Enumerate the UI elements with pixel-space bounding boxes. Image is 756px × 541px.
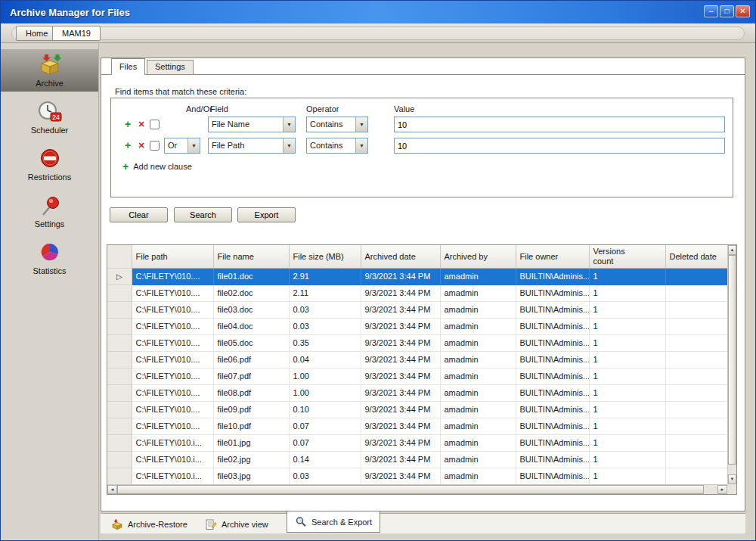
add-new-clause-link[interactable]: + Add new clause — [122, 160, 192, 173]
table-cell: file01.jpg — [213, 434, 289, 451]
table-row[interactable]: C:\FILETY\010....file06.pdf0.049/3/2021 … — [107, 351, 727, 368]
table-row[interactable]: C:\FILETY\010....file10.pdf0.079/3/2021 … — [107, 418, 727, 434]
dropdown-arrow-icon[interactable]: ▼ — [187, 138, 200, 153]
sidebar-item-scheduler[interactable]: 24Scheduler — [1, 96, 98, 138]
maximize-icon: □ — [724, 7, 729, 15]
table-cell: amadmin — [440, 268, 516, 284]
table-cell — [665, 268, 727, 284]
table-cell: 0.07 — [289, 418, 361, 434]
bottom-tab-search-export[interactable]: Search & Export — [287, 511, 380, 533]
column-header-deleted-date[interactable]: Deleted date — [665, 245, 727, 268]
table-cell: amadmin — [440, 401, 516, 418]
titlebar: Archive Manager for Files – □ ✕ — [1, 1, 755, 23]
scroll-up-icon[interactable]: ▲ — [728, 245, 736, 255]
table-row[interactable]: ▷C:\FILETY\010....file01.doc2.919/3/2021… — [107, 268, 727, 284]
horizontal-scrollbar[interactable]: ◄ ► — [107, 484, 727, 494]
bottom-tab-archive-view[interactable]: Archive view — [197, 516, 276, 533]
clause-checkbox[interactable] — [150, 120, 160, 129]
insert-clause-icon[interactable]: + — [122, 118, 133, 130]
table-row[interactable]: C:\FILETY\010.i...file01.jpg0.079/3/2021… — [107, 434, 727, 451]
table-cell: 1 — [589, 284, 665, 301]
column-header-file-path[interactable]: File path — [132, 245, 213, 268]
vertical-scrollbar[interactable]: ▲ ▼ — [727, 245, 736, 484]
maximize-button[interactable]: □ — [720, 5, 734, 17]
table-cell: amadmin — [440, 334, 516, 351]
operator-select-value: Contains — [310, 120, 355, 129]
minimize-icon: – — [709, 7, 714, 15]
column-header-file-owner[interactable]: File owner — [516, 245, 589, 268]
value-input[interactable] — [394, 138, 725, 154]
column-header-versions-count[interactable]: Versions count — [589, 245, 665, 268]
table-row[interactable]: C:\FILETY\010....file02.doc2.119/3/2021 … — [107, 284, 727, 301]
criteria-box: And/Or Field Operator Value +✕File Name▼… — [110, 98, 733, 197]
dropdown-arrow-icon[interactable]: ▼ — [283, 117, 295, 132]
tab-settings[interactable]: Settings — [147, 60, 194, 74]
table-row[interactable]: C:\FILETY\010....file05.doc0.359/3/2021 … — [107, 334, 727, 351]
table-cell — [665, 284, 727, 301]
table-cell: BUILTIN\Adminis... — [516, 384, 589, 401]
column-header-file-size-mb[interactable]: File size (MB) — [289, 245, 361, 268]
scroll-right-icon[interactable]: ► — [717, 485, 727, 494]
table-cell: 2.91 — [289, 268, 361, 284]
sidebar-item-settings[interactable]: Settings — [1, 190, 98, 232]
andor-select[interactable]: Or▼ — [164, 138, 200, 154]
row-indicator — [107, 401, 132, 418]
insert-clause-icon[interactable]: + — [122, 139, 133, 151]
settings-icon — [37, 194, 63, 217]
scrollbar-corner — [727, 484, 736, 494]
dropdown-arrow-icon[interactable]: ▼ — [355, 138, 367, 153]
scroll-left-icon[interactable]: ◄ — [107, 485, 117, 494]
plus-icon: + — [122, 160, 129, 173]
table-row[interactable]: C:\FILETY\010....file08.pdf1.009/3/2021 … — [107, 384, 727, 401]
sidebar-item-archive[interactable]: Archive — [1, 49, 98, 92]
value-input[interactable] — [394, 117, 725, 132]
column-header-archived-by[interactable]: Archived by — [440, 245, 516, 268]
tab-files[interactable]: Files — [111, 58, 145, 75]
table-cell: C:\FILETY\010.... — [132, 368, 213, 384]
search-button[interactable]: Search — [174, 207, 232, 222]
minimize-button[interactable]: – — [704, 5, 718, 17]
operator-select[interactable]: Contains▼ — [306, 138, 368, 154]
row-indicator: ▷ — [107, 268, 132, 284]
sidebar-item-statistics[interactable]: Statistics — [1, 237, 98, 279]
table-cell: file04.doc — [213, 318, 289, 334]
dropdown-arrow-icon[interactable]: ▼ — [283, 138, 295, 153]
table-cell: 1.00 — [289, 384, 361, 401]
table-row[interactable]: C:\FILETY\010....file04.doc0.039/3/2021 … — [107, 318, 727, 334]
table-cell: 1 — [589, 401, 665, 418]
horizontal-scroll-thumb[interactable] — [117, 485, 704, 494]
export-button[interactable]: Export — [237, 207, 296, 222]
statistics-icon — [37, 241, 63, 264]
clear-button[interactable]: Clear — [110, 207, 168, 222]
table-row[interactable]: C:\FILETY\010....file07.pdf1.009/3/2021 … — [107, 368, 727, 384]
column-header-file-name[interactable]: File name — [213, 245, 289, 268]
operator-select[interactable]: Contains▼ — [306, 117, 368, 132]
table-cell: C:\FILETY\010.... — [132, 268, 213, 284]
table-cell: 9/3/2021 3:44 PM — [361, 434, 440, 451]
table-row[interactable]: C:\FILETY\010.i...file02.jpg0.149/3/2021… — [107, 451, 727, 468]
delete-clause-icon[interactable]: ✕ — [136, 120, 147, 129]
column-header-archived-date[interactable]: Archived date — [361, 245, 440, 268]
table-row[interactable]: C:\FILETY\010.i...file03.jpg0.039/3/2021… — [107, 468, 727, 484]
bottom-tab-archive-restore[interactable]: Archive-Restore — [104, 516, 195, 533]
table-cell: 1 — [589, 418, 665, 434]
clause-checkbox[interactable] — [150, 141, 160, 151]
column-header-label: Deleted date — [670, 252, 717, 261]
field-select[interactable]: File Path▼ — [208, 138, 296, 154]
table-cell: amadmin — [440, 384, 516, 401]
table-cell: 1 — [589, 384, 665, 401]
sidebar-item-restrictions[interactable]: Restrictions — [1, 143, 98, 185]
field-select[interactable]: File Name▼ — [208, 117, 296, 132]
server-tab-mam19[interactable]: MAM19 — [52, 26, 101, 41]
table-row[interactable]: C:\FILETY\010....file03.doc0.039/3/2021 … — [107, 301, 727, 318]
table-cell: 1 — [589, 451, 665, 468]
scroll-down-icon[interactable]: ▼ — [728, 474, 736, 484]
vertical-scroll-thumb[interactable] — [728, 255, 736, 465]
close-button[interactable]: ✕ — [736, 5, 750, 17]
table-cell: 9/3/2021 3:44 PM — [361, 334, 440, 351]
table-cell — [665, 384, 727, 401]
row-indicator — [107, 284, 132, 301]
dropdown-arrow-icon[interactable]: ▼ — [355, 117, 367, 132]
delete-clause-icon[interactable]: ✕ — [136, 141, 147, 151]
table-row[interactable]: C:\FILETY\010....file09.pdf0.109/3/2021 … — [107, 401, 727, 418]
